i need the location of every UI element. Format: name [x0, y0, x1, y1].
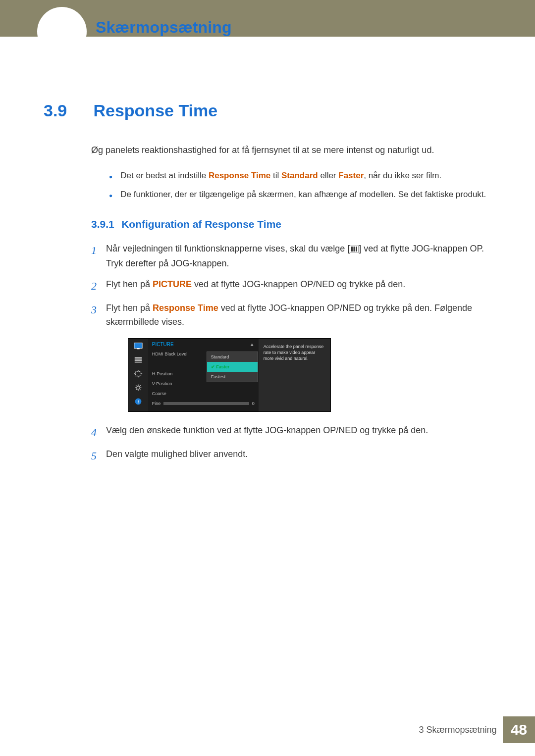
osd-menu: PICTURE ▲ HDMI Black Level H-Position V-…: [148, 339, 259, 411]
list-icon: [133, 355, 144, 364]
subsection-number: 3.9.1: [91, 218, 114, 230]
page-number: 48: [503, 716, 535, 743]
step-number: 5: [91, 448, 106, 464]
section-number: 3.9: [44, 101, 91, 120]
svg-point-10: [137, 386, 140, 389]
step-number: 4: [91, 424, 106, 441]
osd-title: PICTURE ▲: [152, 342, 255, 347]
svg-rect-9: [135, 371, 141, 376]
osd-option: Fastest: [207, 372, 258, 382]
osd-help-panel: Accelerate the panel response rate to ma…: [259, 339, 330, 411]
svg-rect-1: [351, 247, 353, 252]
chapter-number-bubble: [37, 7, 87, 56]
osd-menu-item: Coarse: [152, 389, 255, 399]
top-bar: [0, 0, 535, 37]
step-text: Flyt hen på: [106, 303, 153, 313]
step-item: 5 Den valgte mulighed bliver anvendt.: [91, 448, 491, 464]
highlight-text: PICTURE: [153, 279, 192, 289]
expand-icon: [133, 369, 144, 378]
steps-list: 1 Når vejledningen til funktionsknappern…: [91, 242, 491, 329]
osd-sidebar: i: [128, 339, 148, 411]
step-item: 1 Når vejledningen til funktionsknappern…: [91, 242, 491, 271]
svg-rect-8: [135, 361, 142, 362]
monitor-icon: [133, 342, 144, 351]
step-item: 2 Flyt hen på PICTURE ved at flytte JOG-…: [91, 278, 491, 295]
step-text: Flyt hen på: [106, 279, 153, 289]
svg-rect-6: [135, 357, 142, 358]
svg-rect-2: [354, 247, 355, 252]
page-footer: 3 Skærmopsætning 48: [419, 716, 535, 743]
step-text: ved at flytte JOG-knappen OP/NED og tryk…: [192, 279, 405, 289]
gear-icon: [133, 383, 144, 392]
bullet-text: Det er bedst at indstille: [120, 171, 209, 180]
slider-track: [163, 402, 249, 405]
bullet-text: , når du ikke ser film.: [364, 171, 441, 180]
osd-dropdown: Standard Faster Fastest: [207, 352, 258, 382]
bullet-text: eller: [318, 171, 339, 180]
osd-option-selected: Faster: [207, 362, 258, 372]
intro-text: Øg panelets reaktionshastighed for at få…: [91, 144, 491, 156]
bullet-item: ● De funktioner, der er tilgængelige på …: [109, 188, 491, 201]
bullet-text: til: [270, 171, 281, 180]
highlight-text: Faster: [338, 171, 364, 180]
osd-value: 0: [252, 401, 255, 406]
svg-rect-3: [356, 247, 357, 252]
step-item: 3 Flyt hen på Response Time ved at flytt…: [91, 302, 491, 329]
svg-rect-4: [134, 343, 142, 349]
step-text: Når vejledningen til funktionsknapperne …: [106, 244, 350, 253]
step-text: Den valgte mulighed bliver anvendt.: [106, 448, 491, 461]
bullet-dot-icon: ●: [109, 172, 112, 181]
osd-menu-item: Fine 0: [152, 399, 255, 408]
bullet-dot-icon: ●: [109, 191, 112, 200]
section-heading: 3.9 Response Time: [44, 101, 491, 120]
osd-screenshot: i PICTURE ▲ HDMI Black Level H-Position …: [128, 338, 491, 412]
step-text: Vælg den ønskede funktion ved at flytte …: [106, 424, 491, 438]
subsection-title: Konfiguration af Response Time: [121, 218, 281, 230]
info-icon: i: [133, 397, 144, 406]
note-bullets: ● Det er bedst at indstille Response Tim…: [109, 169, 491, 201]
menu-icon: [350, 243, 359, 257]
svg-text:i: i: [138, 399, 139, 404]
svg-rect-7: [135, 359, 142, 361]
step-item: 4 Vælg den ønskede funktion ved at flytt…: [91, 424, 491, 441]
bullet-text: De funktioner, der er tilgængelige på sk…: [120, 188, 486, 201]
highlight-text: Response Time: [209, 171, 270, 180]
osd-label: Fine: [152, 401, 161, 406]
step-number: 2: [91, 278, 106, 295]
subsection-heading: 3.9.1 Konfiguration af Response Time: [91, 218, 491, 230]
section-title: Response Time: [93, 101, 217, 120]
svg-rect-5: [137, 348, 139, 349]
osd-option: Standard: [207, 352, 258, 362]
chapter-title: Skærmopsætning: [96, 18, 232, 37]
step-number: 1: [91, 242, 106, 259]
highlight-text: Response Time: [153, 303, 218, 313]
highlight-text: Standard: [281, 171, 318, 180]
bullet-item: ● Det er bedst at indstille Response Tim…: [109, 169, 491, 182]
step-number: 3: [91, 302, 106, 318]
steps-list-continued: 4 Vælg den ønskede funktion ved at flytt…: [91, 424, 491, 464]
footer-chapter: 3 Skærmopsætning: [419, 725, 497, 735]
